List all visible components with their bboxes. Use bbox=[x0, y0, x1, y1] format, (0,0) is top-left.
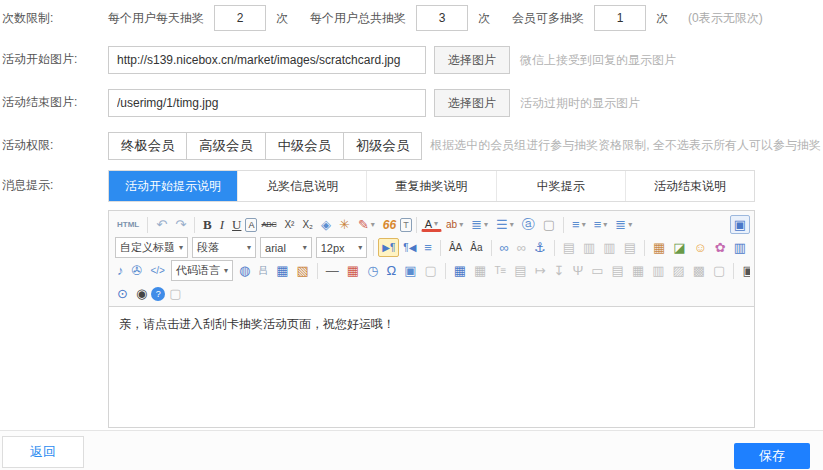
member-group-button-3[interactable]: 初级会员 bbox=[343, 132, 422, 160]
scrawl-icon[interactable]: ✿ bbox=[711, 238, 730, 257]
screenshot-icon[interactable]: ▣ bbox=[400, 261, 420, 280]
format-brush-icon[interactable]: ✎▾ bbox=[354, 215, 379, 234]
unordered-list-icon[interactable]: ☰▾ bbox=[492, 215, 518, 234]
anchor-inline-icon[interactable]: ⓐ bbox=[518, 215, 539, 234]
strikethrough-icon[interactable]: ABC bbox=[257, 215, 280, 234]
font-color-icon[interactable]: A▾ bbox=[421, 217, 442, 232]
message-row: 消息提示: 活动开始提示说明兑奖信息说明重复抽奖说明中奖提示活动结束说明 HTM… bbox=[0, 170, 823, 428]
music-icon[interactable]: ♪ bbox=[113, 261, 128, 280]
font-size-select[interactable]: 12px▾ bbox=[316, 237, 368, 258]
image-manager-icon[interactable]: ◪ bbox=[669, 238, 689, 257]
underline-icon[interactable]: U bbox=[228, 215, 245, 234]
indent-icon[interactable]: ≡▾ bbox=[568, 215, 590, 234]
merge-right-icon: ▭ bbox=[587, 261, 607, 280]
undo-icon[interactable]: ↶ bbox=[152, 215, 171, 234]
horizontal-rule-icon[interactable]: — bbox=[322, 261, 343, 280]
select-start-image-button[interactable]: 选择图片 bbox=[434, 46, 510, 74]
custom-title-select[interactable]: 自定义标题▾ bbox=[115, 237, 188, 258]
select-end-image-button[interactable]: 选择图片 bbox=[434, 89, 510, 117]
member-group-buttons: 终极会员高级会员中级会员初级会员 bbox=[108, 130, 422, 160]
font-family-select[interactable]: arial▾ bbox=[260, 237, 312, 258]
new-doc-icon[interactable]: ▢ bbox=[539, 215, 559, 234]
split-cells-icon: ▦ bbox=[628, 261, 648, 280]
remove-format-icon[interactable]: ✳ bbox=[335, 215, 354, 234]
ordered-list-icon[interactable]: ≣▾ bbox=[467, 215, 492, 234]
message-tab-0[interactable]: 活动开始提示说明 bbox=[109, 171, 237, 201]
link-icon[interactable]: ∞ bbox=[496, 238, 513, 257]
footer-bar: 返回 保存 bbox=[0, 430, 823, 470]
find-replace-icon[interactable]: ◉ bbox=[132, 284, 151, 303]
code-language-select[interactable]: 代码语言▾ bbox=[171, 260, 233, 281]
template-icon[interactable]: ▧ bbox=[293, 261, 313, 280]
insert-code-icon[interactable]: </> bbox=[146, 261, 168, 280]
page-break-icon[interactable]: ▦ bbox=[272, 261, 292, 280]
line-height-icon[interactable]: ≣▾ bbox=[611, 215, 636, 234]
paragraph-select[interactable]: 段落▾ bbox=[192, 237, 256, 258]
paragraph-spacing-icon[interactable]: ≡▾ bbox=[590, 215, 612, 234]
redo-icon[interactable]: ↷ bbox=[171, 215, 190, 234]
time-icon[interactable]: ◷ bbox=[363, 261, 382, 280]
toolbar-separator bbox=[194, 217, 195, 233]
iframe-icon[interactable]: 吕 bbox=[254, 261, 272, 280]
eraser-icon[interactable]: ◈ bbox=[317, 215, 335, 234]
preview-icon[interactable]: ⊙ bbox=[113, 284, 132, 303]
message-tabs: 活动开始提示说明兑奖信息说明重复抽奖说明中奖提示活动结束说明 bbox=[108, 170, 755, 202]
insert-table-icon[interactable]: ▦ bbox=[450, 261, 470, 280]
toolbar-separator bbox=[147, 217, 148, 233]
total-unit: 次 bbox=[478, 10, 490, 27]
paste-as-text-icon[interactable]: T bbox=[400, 218, 412, 232]
fullscreen-icon[interactable]: ▣ bbox=[730, 215, 750, 234]
message-label: 消息提示: bbox=[0, 170, 108, 194]
attachment-icon[interactable]: ✇ bbox=[128, 261, 147, 280]
rtl-icon[interactable]: ¶◀ bbox=[399, 238, 420, 257]
paragraph-head-icon[interactable]: ≡ bbox=[420, 238, 436, 257]
map-icon[interactable]: ◍ bbox=[235, 261, 254, 280]
end-image-input[interactable] bbox=[108, 89, 426, 117]
unlink-icon: ∞ bbox=[513, 238, 530, 257]
member-group-button-2[interactable]: 中级会员 bbox=[265, 132, 344, 160]
superscript-icon[interactable]: X² bbox=[280, 215, 298, 234]
editor-content[interactable]: 亲，请点击进入刮刮卡抽奖活动页面，祝您好运哦！ bbox=[109, 307, 754, 427]
save-button[interactable]: 保存 bbox=[734, 443, 810, 469]
member-extra-input[interactable] bbox=[594, 5, 646, 31]
blockquote-icon[interactable]: 66 bbox=[379, 215, 400, 234]
highlight-color-icon[interactable]: ab▾ bbox=[442, 215, 467, 234]
limit-hint: (0表示无限次) bbox=[688, 10, 763, 27]
uppercase-icon[interactable]: ÂA bbox=[445, 238, 466, 257]
merge-down-icon: ▤ bbox=[608, 261, 628, 280]
end-image-row: 活动结束图片: 选择图片 活动过期时的显示图片 bbox=[0, 87, 823, 117]
insert-image-icon[interactable]: ▦ bbox=[649, 238, 669, 257]
paste-icon: ▢ bbox=[165, 284, 185, 303]
toolbar-separator bbox=[554, 240, 555, 256]
message-tab-2[interactable]: 重复抽奖说明 bbox=[366, 171, 495, 201]
subscript-icon[interactable]: X₂ bbox=[298, 215, 317, 234]
italic-icon[interactable]: I bbox=[216, 215, 228, 234]
insert-video-icon[interactable]: ▥ bbox=[730, 238, 750, 257]
html-source-icon[interactable]: HTML bbox=[113, 215, 143, 234]
toolbar-separator bbox=[563, 217, 564, 233]
char-border-icon[interactable]: A bbox=[245, 218, 257, 232]
back-button[interactable]: 返回 bbox=[2, 436, 84, 468]
member-group-button-1[interactable]: 高级会员 bbox=[186, 132, 265, 160]
print-icon[interactable]: ▣ bbox=[738, 261, 750, 280]
bold-icon[interactable]: B bbox=[199, 215, 216, 234]
special-chars-icon[interactable]: Ω bbox=[382, 261, 400, 280]
date-icon[interactable]: ▦ bbox=[343, 261, 363, 280]
merge-cells-icon: Ψ bbox=[568, 261, 587, 280]
insert-col-icon: ↧ bbox=[550, 261, 569, 280]
help-icon[interactable]: ? bbox=[151, 287, 165, 301]
message-tab-4[interactable]: 活动结束说明 bbox=[625, 171, 754, 201]
message-tab-3[interactable]: 中奖提示 bbox=[496, 171, 625, 201]
lowercase-icon[interactable]: Âa bbox=[466, 238, 486, 257]
start-image-input[interactable] bbox=[108, 46, 426, 74]
table-caption-icon: T≡ bbox=[490, 261, 510, 280]
emotion-icon[interactable]: ☺ bbox=[690, 238, 711, 257]
per-day-input[interactable] bbox=[214, 5, 266, 31]
member-extra-label: 会员可多抽奖 bbox=[512, 10, 584, 27]
anchor-icon[interactable]: ⚓ bbox=[530, 238, 550, 257]
total-input[interactable] bbox=[416, 5, 468, 31]
ltr-icon[interactable]: ▶¶ bbox=[378, 238, 399, 257]
member-group-button-0[interactable]: 终极会员 bbox=[108, 132, 187, 160]
toolbar-separator bbox=[491, 240, 492, 256]
message-tab-1[interactable]: 兑奖信息说明 bbox=[237, 171, 366, 201]
